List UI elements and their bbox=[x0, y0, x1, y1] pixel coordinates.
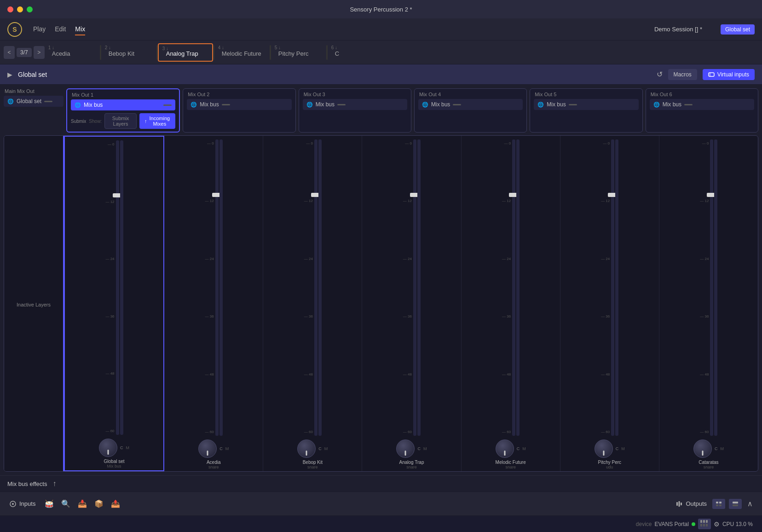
channel-0-fader-track[interactable] bbox=[116, 140, 119, 435]
channel-1-meter bbox=[219, 139, 223, 436]
channel-3-knob[interactable] bbox=[396, 439, 415, 458]
close-button[interactable] bbox=[7, 6, 13, 12]
kit-tab-name-pitchy: Pitchy Perc bbox=[278, 50, 309, 57]
channel-5-meter bbox=[615, 139, 618, 436]
traffic-lights bbox=[7, 6, 33, 12]
virtual-inputs-button[interactable]: Virtual inputs bbox=[703, 69, 755, 80]
grid-1-icon bbox=[716, 501, 722, 507]
channel-6-fader-track[interactable] bbox=[710, 139, 713, 436]
channel-5-knob[interactable] bbox=[595, 439, 613, 458]
channel-5-fader-col bbox=[611, 139, 618, 436]
mix-bus-effects-button[interactable]: Mix bus effects bbox=[7, 480, 47, 487]
channel-0-meter bbox=[120, 140, 123, 435]
mix-out-5-bus-selector[interactable]: 🌐 Mix bus bbox=[534, 99, 638, 110]
drum-icon-1[interactable]: 🥁 bbox=[45, 499, 54, 508]
mix-out-1-title: Mix Out 1 bbox=[71, 92, 175, 98]
channel-2-subname: snare bbox=[307, 465, 318, 469]
settings-gear-icon[interactable]: ⚙ bbox=[714, 520, 720, 528]
refresh-button[interactable]: ↺ bbox=[657, 70, 663, 79]
channel-2-fader-track[interactable] bbox=[314, 139, 318, 436]
virtual-inputs-icon bbox=[708, 71, 715, 78]
channel-2-knob-row: C M bbox=[297, 439, 328, 458]
channel-1-knob[interactable] bbox=[198, 439, 217, 458]
device-status-dot bbox=[692, 522, 695, 526]
channel-1-knob-label: C bbox=[219, 446, 223, 451]
svg-rect-15 bbox=[706, 520, 708, 523]
upload-icon[interactable]: ↑ bbox=[52, 480, 56, 488]
incoming-mixes-btn[interactable]: ↑ Incoming Mixes bbox=[139, 113, 175, 129]
kit-tab-name-acedia: Acedia bbox=[52, 50, 70, 57]
global-set-badge[interactable]: Global set bbox=[721, 24, 755, 35]
submix-layers-btn[interactable]: Submix Layers bbox=[104, 113, 137, 129]
svg-rect-10 bbox=[719, 504, 722, 506]
grid-view-2-button[interactable] bbox=[729, 499, 742, 509]
channel-1-fader-col bbox=[215, 139, 223, 436]
kit-tab-analog[interactable]: 3 ↓ Analog Trap bbox=[158, 43, 213, 62]
kit-next-button[interactable]: > bbox=[34, 46, 45, 59]
mix-out-4-bus-selector[interactable]: 🌐 Mix bus bbox=[418, 99, 523, 110]
kit-tab-bebop[interactable]: 2 ↓ Bebop Kit bbox=[101, 43, 156, 62]
kit-prev-button[interactable]: < bbox=[4, 46, 15, 59]
kit-tab-num-3: 3 ↓ bbox=[162, 46, 168, 51]
channel-strip-1: — 0 — 12 — 24 — 36 — 48 — 60 bbox=[164, 136, 263, 471]
outputs-icon bbox=[675, 500, 683, 508]
grid-view-1-button[interactable] bbox=[712, 499, 725, 509]
collapse-button[interactable]: ∧ bbox=[747, 499, 753, 508]
kit-tab-acedia[interactable]: 1 ↓ Acedia bbox=[45, 43, 100, 62]
mix-out-2-globe-icon: 🌐 bbox=[190, 102, 197, 108]
play-menu-item[interactable]: Play bbox=[33, 23, 46, 35]
channel-6-knob[interactable] bbox=[693, 439, 712, 458]
channel-3-knob-label: C bbox=[417, 446, 421, 451]
inbox-icon[interactable]: 📥 bbox=[78, 499, 87, 508]
channel-6-scale: — 0 — 12 — 24 — 36 — 48 — 60 bbox=[699, 139, 709, 436]
mix-out-1-bus-selector[interactable]: 🌐 Mix bus bbox=[71, 99, 175, 110]
header-actions: ↺ Macros Virtual inputs bbox=[657, 69, 755, 80]
grid-view-icons bbox=[712, 499, 742, 509]
kit-tab-pitchy[interactable]: 5 ↓ Pitchy Perc bbox=[271, 43, 326, 62]
channel-0-fader-col bbox=[116, 140, 123, 435]
channel-3-fader-track[interactable] bbox=[413, 139, 416, 436]
channel-2-knob[interactable] bbox=[297, 439, 316, 458]
kit-tab-melodic[interactable]: 4 ↓ Melodic Future bbox=[214, 43, 270, 62]
search-icon[interactable]: 🔍 bbox=[61, 499, 70, 508]
transport-bar: Inputs 🥁 🔍 📥 📦 📤 Outputs bbox=[0, 492, 762, 515]
channel-0-knob[interactable] bbox=[99, 439, 117, 457]
channel-1-fader-track[interactable] bbox=[215, 139, 219, 436]
channel-6-knob-label: C bbox=[715, 446, 718, 451]
macros-button[interactable]: Macros bbox=[668, 69, 697, 80]
channel-6-meter bbox=[714, 139, 717, 436]
kit-tab-c[interactable]: 6 ↓ C bbox=[328, 43, 383, 62]
mix-out-6-bus-selector[interactable]: 🌐 Mix bus bbox=[650, 99, 754, 110]
channel-2-m-label: M bbox=[324, 446, 328, 451]
channel-6-fader-row: — 0 — 12 — 24 — 36 — 48 — 60 bbox=[661, 139, 756, 436]
mix-outputs-row: Main Mix Out 🌐 Global set Mix Out 1 🌐 Mi… bbox=[4, 88, 758, 133]
view-btn-1[interactable] bbox=[698, 519, 711, 529]
cpu-label: CPU 13.0 % bbox=[722, 521, 753, 527]
channel-strip-4: — 0 — 12 — 24 — 36 — 48 — 60 bbox=[462, 136, 560, 471]
channel-5-fader-track[interactable] bbox=[611, 139, 614, 436]
expand-button[interactable]: ▶ bbox=[7, 71, 12, 78]
mix-out-4-header: Mix Out 4 🌐 Mix bus bbox=[414, 88, 527, 133]
mix-menu-item[interactable]: Mix bbox=[75, 23, 85, 35]
channel-4-m-label: M bbox=[522, 446, 526, 451]
svg-rect-0 bbox=[709, 73, 714, 76]
maximize-button[interactable] bbox=[27, 6, 33, 12]
edit-menu-item[interactable]: Edit bbox=[55, 23, 66, 35]
box-icon-1[interactable]: 📦 bbox=[94, 499, 104, 508]
main-mix-bus-selector[interactable]: 🌐 Global set bbox=[4, 96, 64, 107]
mix-out-1-header: Mix Out 1 🌐 Mix bus Submix Show: Submix … bbox=[66, 88, 180, 133]
svg-rect-12 bbox=[733, 504, 738, 506]
mix-out-2-bus-selector[interactable]: 🌐 Mix bus bbox=[187, 99, 291, 110]
svg-rect-18 bbox=[706, 524, 708, 526]
minimize-button[interactable] bbox=[17, 6, 23, 12]
mix-out-6-globe-icon: 🌐 bbox=[653, 102, 660, 108]
svg-rect-14 bbox=[703, 520, 705, 523]
channel-4-knob[interactable] bbox=[496, 439, 514, 458]
mix-out-2-header: Mix Out 2 🌐 Mix bus bbox=[183, 88, 295, 133]
box-icon-2[interactable]: 📤 bbox=[111, 499, 120, 508]
mix-out-3-title: Mix Out 3 bbox=[303, 92, 407, 97]
mix-out-3-bus-selector[interactable]: 🌐 Mix bus bbox=[303, 99, 407, 110]
channel-5-name: Pitchy Perc bbox=[598, 460, 621, 465]
mix-out-4-bus-text: Mix bus bbox=[431, 101, 450, 108]
channel-4-fader-track[interactable] bbox=[512, 139, 515, 436]
